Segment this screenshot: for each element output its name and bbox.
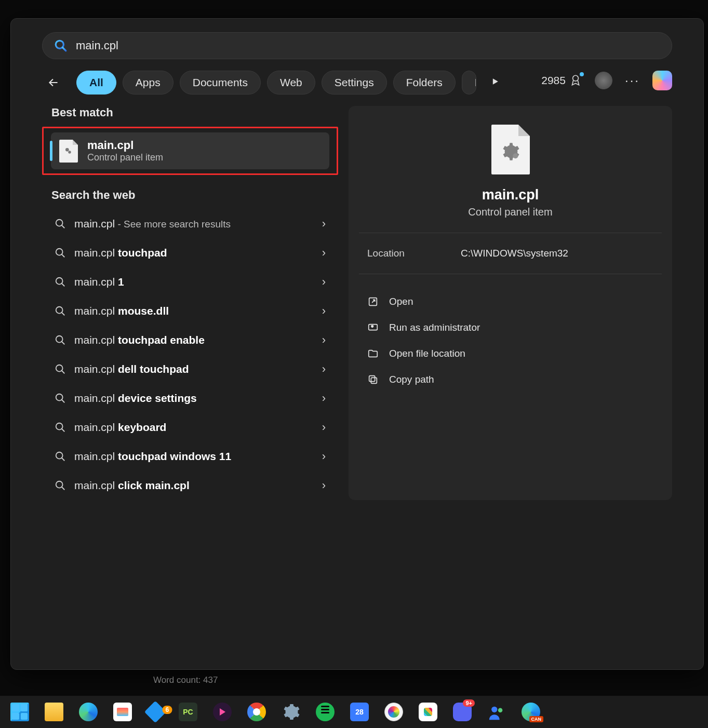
taskbar-store[interactable] — [113, 703, 132, 721]
best-match-result[interactable]: main.cpl Control panel item — [51, 132, 329, 169]
search-icon — [55, 422, 66, 433]
web-results-list: main.cpl - See more search results › mai… — [42, 209, 338, 500]
best-match-header: Best match — [51, 106, 329, 119]
filter-settings[interactable]: Settings — [322, 71, 387, 95]
search-icon — [55, 276, 66, 288]
svg-point-4 — [68, 151, 71, 153]
search-input[interactable] — [76, 39, 660, 52]
taskbar-slack[interactable] — [419, 703, 437, 721]
location-row: Location C:\WINDOWS\system32 — [349, 248, 672, 259]
chevron-right-icon: › — [322, 362, 326, 376]
taskbar-calendar[interactable]: 28 — [350, 703, 369, 721]
svg-point-11 — [56, 307, 63, 314]
svg-point-2 — [573, 75, 579, 81]
open-icon — [367, 296, 379, 307]
rewards-points[interactable]: 2985 — [541, 74, 582, 87]
taskbar-edge[interactable] — [79, 703, 98, 721]
selection-indicator — [50, 141, 52, 161]
preview-title: main.cpl — [482, 187, 539, 203]
taskbar-price-tag[interactable]: 6 — [144, 701, 166, 723]
svg-line-6 — [62, 225, 65, 228]
web-result[interactable]: main.cpl - See more search results › — [42, 209, 338, 238]
web-result[interactable]: main.cpl touchpad › — [42, 238, 338, 267]
taskbar-file-explorer[interactable] — [45, 703, 63, 721]
svg-point-9 — [56, 278, 63, 285]
web-result[interactable]: main.cpl dell touchpad › — [42, 355, 338, 384]
svg-point-7 — [56, 249, 63, 255]
svg-line-12 — [62, 313, 65, 316]
search-box[interactable] — [42, 32, 672, 59]
copilot-button[interactable] — [652, 71, 672, 90]
filter-documents[interactable]: Documents — [180, 71, 261, 95]
copy-icon — [367, 374, 379, 385]
taskbar-chrome[interactable] — [247, 703, 266, 721]
svg-line-20 — [62, 429, 65, 432]
chevron-right-icon: › — [322, 304, 326, 318]
taskbar-edge-canary[interactable]: CAN — [522, 703, 540, 721]
action-copy-path[interactable]: Copy path — [359, 367, 662, 393]
windows-search-panel: All Apps Documents Web Settings Folders … — [10, 18, 704, 670]
chevron-right-icon: › — [322, 217, 326, 231]
shield-icon — [367, 322, 379, 333]
taskbar-spotify[interactable] — [316, 703, 335, 721]
points-value: 2985 — [541, 74, 566, 87]
chevron-right-icon: › — [322, 479, 326, 492]
web-result[interactable]: main.cpl touchpad enable › — [42, 326, 338, 355]
svg-rect-28 — [371, 378, 377, 383]
user-avatar[interactable] — [595, 72, 612, 89]
search-icon — [55, 218, 66, 230]
web-result[interactable]: main.cpl touchpad windows 11 › — [42, 442, 338, 471]
taskbar-people[interactable] — [487, 703, 506, 721]
location-label: Location — [367, 248, 461, 259]
svg-line-22 — [62, 458, 65, 461]
web-result[interactable]: main.cpl device settings › — [42, 384, 338, 413]
taskbar-pycharm[interactable]: PC — [179, 703, 197, 721]
search-icon — [54, 39, 68, 52]
filter-folders[interactable]: Folders — [393, 71, 456, 95]
action-open-location[interactable]: Open file location — [359, 341, 662, 367]
scroll-right-button[interactable] — [490, 76, 500, 89]
web-result[interactable]: main.cpl mouse.dll › — [42, 296, 338, 326]
taskbar-media-player[interactable] — [213, 703, 232, 721]
taskbar: 6 PC 28 9+ CAN — [0, 696, 708, 728]
chevron-right-icon: › — [322, 246, 326, 260]
search-icon — [55, 305, 66, 317]
badge-count: 9+ — [463, 699, 475, 707]
action-open[interactable]: Open — [359, 289, 662, 315]
filter-photos-partial[interactable]: P — [462, 71, 476, 95]
preview-pane: main.cpl Control panel item Location C:\… — [349, 106, 672, 500]
svg-line-1 — [62, 47, 66, 51]
more-button[interactable]: ··· — [625, 73, 640, 88]
start-button[interactable] — [10, 703, 29, 721]
back-button[interactable] — [42, 71, 65, 94]
svg-point-17 — [56, 394, 63, 401]
arrow-left-icon — [47, 76, 60, 89]
svg-point-13 — [56, 336, 63, 343]
search-icon — [55, 363, 66, 375]
svg-line-8 — [62, 254, 65, 258]
svg-point-3 — [65, 148, 69, 152]
filter-all[interactable]: All — [76, 71, 116, 95]
web-result[interactable]: main.cpl 1 › — [42, 267, 338, 296]
taskbar-paint[interactable] — [384, 703, 403, 721]
action-label: Run as administrator — [389, 322, 480, 333]
svg-point-30 — [491, 707, 497, 712]
action-run-admin[interactable]: Run as administrator — [359, 315, 662, 341]
taskbar-discord[interactable]: 9+ — [453, 703, 472, 721]
badge-count: 6 — [163, 706, 172, 714]
folder-icon — [367, 348, 379, 359]
best-match-subtitle: Control panel item — [87, 152, 163, 163]
filter-web[interactable]: Web — [267, 71, 315, 95]
action-label: Copy path — [389, 374, 434, 385]
web-result[interactable]: main.cpl keyboard › — [42, 413, 338, 442]
filter-apps[interactable]: Apps — [123, 71, 173, 95]
background-editor-text: Word count: 437 — [153, 675, 218, 685]
svg-line-24 — [62, 487, 65, 490]
chevron-right-icon: › — [322, 275, 326, 289]
chevron-right-icon: › — [322, 333, 326, 347]
web-result[interactable]: main.cpl click main.cpl › — [42, 471, 338, 500]
taskbar-settings[interactable] — [282, 703, 300, 721]
svg-point-23 — [56, 481, 63, 488]
svg-line-16 — [62, 371, 65, 374]
cpl-file-icon — [59, 140, 78, 163]
